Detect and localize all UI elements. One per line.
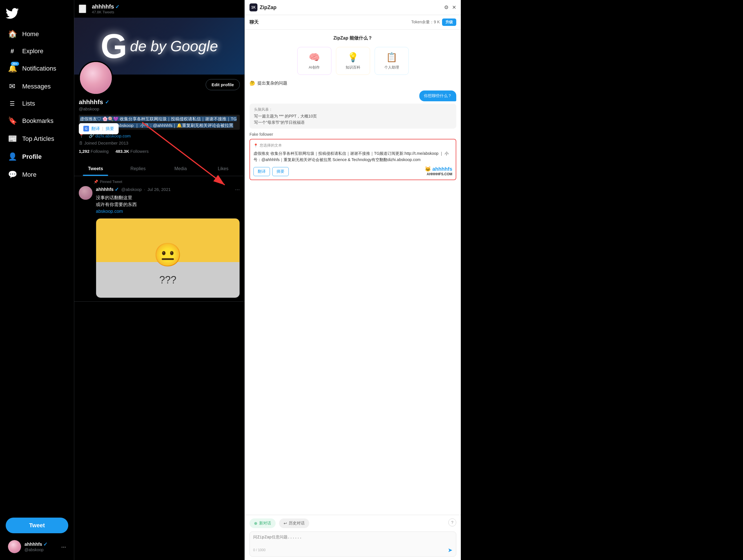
tab-replies[interactable]: Replies (117, 162, 160, 176)
tweet-more-button[interactable]: ··· (235, 186, 240, 192)
verified-icon: ✓ (105, 99, 109, 105)
history-button[interactable]: ↩ 历史对话 (279, 518, 309, 528)
profile-header-info: ahhhhfs ✓ 47.8K Tweets (92, 3, 120, 14)
brainstorm-item-1[interactable]: 写一个"母亲节"的节日祝福语 (254, 120, 452, 125)
sidebar-item-more[interactable]: 💬 More (2, 166, 72, 183)
tweet-author-name: ahhhhfs ✓ (96, 186, 119, 192)
chat-input[interactable] (253, 535, 452, 544)
token-info: Token余量：9 K 升级 (411, 18, 456, 26)
send-icon: ➤ (448, 547, 452, 553)
pinned-tweet: 📌 Pinned Tweet ahhhhfs ✓ @abskoop (74, 176, 244, 302)
summary-action-btn[interactable]: 摘要 (272, 167, 289, 176)
feature-ai[interactable]: 🧠 AI创作 (297, 47, 332, 75)
sidebar-item-label: Lists (22, 100, 35, 107)
send-button[interactable]: ➤ (448, 547, 452, 554)
tab-media[interactable]: Media (159, 162, 202, 176)
profile-tabs: Tweets Replies Media Likes (74, 162, 244, 176)
complex-q-text: 提出复杂的问题 (257, 81, 287, 86)
feature-kb[interactable]: 💡 知识百科 (336, 47, 370, 75)
user-info: ahhhhfs ✓ @abskoop (25, 541, 58, 552)
profile-header-name: ahhhhfs ✓ (92, 3, 120, 10)
chat-label: 聊天 (250, 19, 259, 25)
feature-assist[interactable]: 📋 个人助理 (375, 47, 409, 75)
tweet-row: ahhhhfs ✓ @abskoop · Jul 26, 2021 ··· 没事… (79, 186, 240, 298)
translate-button[interactable]: 翻译 (91, 126, 100, 131)
tab-tweets[interactable]: Tweets (74, 162, 117, 176)
home-icon: 🏠 (8, 30, 16, 38)
profile-header-nav: ← ahhhhfs ✓ 47.8K Tweets (74, 0, 244, 18)
ai-label: AI创作 (309, 65, 319, 70)
action-buttons: 翻译 摘要 (254, 167, 289, 176)
followers-stat[interactable]: 483.3K Followers (116, 149, 149, 154)
new-conversation-button[interactable]: ⊕ 新对话 (250, 518, 276, 528)
back-button[interactable]: ← (79, 5, 86, 13)
following-stat[interactable]: 1,292 Following (79, 149, 109, 154)
user-display-name: ahhhhfs ✓ (25, 541, 58, 548)
avatar (8, 540, 21, 553)
joined-date: 🗓 Joined December 2013 (79, 140, 240, 145)
chat-bubble-prompt: 你想聊些什么？ (250, 90, 456, 101)
sidebar-user[interactable]: ahhhhfs ✓ @abskoop ··· (2, 537, 72, 557)
translation-popup: G 翻译 | 摘要 (79, 123, 119, 134)
zipzap-header-icons: ⚙ ✕ (444, 4, 456, 10)
tweet-date: · (144, 187, 145, 192)
profile-icon: 👤 (8, 152, 16, 161)
verified-icon: ✓ (115, 4, 120, 10)
main-wrapper: ← ahhhhfs ✓ 47.8K Tweets G de by Google … (74, 0, 743, 560)
tab-likes[interactable]: Likes (202, 162, 245, 176)
more-icon: 💬 (8, 170, 16, 179)
selected-text-actions: 翻译 摘要 🐱 ahhhhfs AHHHHFS.COM (254, 166, 452, 176)
tweet-handle: @abskoop (121, 187, 142, 192)
upgrade-button[interactable]: 升级 (442, 18, 456, 26)
sidebar-item-label: Profile (22, 153, 42, 161)
watermark-url: AHHHHFS.COM (427, 172, 452, 176)
summary-button[interactable]: 摘要 (105, 126, 114, 131)
zipzap-header: 1K ZipZap ⚙ ✕ (245, 0, 461, 15)
sidebar-item-messages[interactable]: ✉ Messages (2, 78, 72, 95)
zipzap-logo: 1K (250, 3, 257, 11)
tweet-button[interactable]: Tweet (6, 518, 68, 533)
sidebar-item-label: Top Articles (22, 135, 54, 142)
settings-button[interactable]: ⚙ (444, 4, 448, 10)
selected-text-box: 📍 您选择的文本 虚假推友 收集分享各种互联网垃圾｜投稿侵权请私信｜谢谢不接推｜… (250, 139, 456, 180)
chat-prompt-text: 你想聊些什么？ (419, 90, 456, 101)
tweet-text: 没事的话翻翻这里 或许有你需要的东西 abskoop.com (96, 195, 240, 215)
followers-label: Followers (130, 149, 148, 154)
assist-label: 个人助理 (384, 65, 399, 70)
verified-icon: ✓ (43, 541, 47, 548)
translate-action-btn[interactable]: 翻译 (254, 167, 270, 176)
sidebar-item-top-articles[interactable]: 📰 Top Articles (2, 130, 72, 147)
user-handle: @abskoop (25, 548, 58, 552)
close-button[interactable]: ✕ (452, 4, 456, 10)
pinned-label: 📌 Pinned Tweet (94, 179, 240, 184)
tweet-date-value: Jul 26, 2021 (147, 187, 171, 192)
profile-stats: 1,292 Following 483.3K Followers (79, 149, 240, 154)
help-button[interactable]: ? (448, 518, 456, 526)
sidebar-item-label: More (22, 171, 36, 178)
sidebar: 🏠 Home # Explore 🔔 20+ Notifications ✉ M… (0, 0, 74, 560)
edit-profile-button[interactable]: Edit profile (206, 79, 240, 90)
notification-badge: 20+ (11, 62, 19, 66)
tweet-link[interactable]: abskoop.com (96, 209, 123, 214)
sidebar-item-profile[interactable]: 👤 Profile (2, 148, 72, 165)
profile-handle: @abskoop (79, 106, 240, 111)
sidebar-item-explore[interactable]: # Explore (2, 44, 72, 59)
kb-icon: 💡 (347, 52, 359, 62)
brainstorm-suggestions: 头脑风暴： 写一篇主题为 *** 的PPT，大概10页 写一个"母亲节"的节日祝… (250, 103, 456, 129)
profile-bio[interactable]: 虚假推友♡ 🌸🍭💜 收集分享各种互联网垃圾｜投稿侵权请私信｜谢谢不接推｜TG频道… (79, 115, 240, 130)
sidebar-item-bookmarks[interactable]: 🔖 Bookmarks (2, 113, 72, 129)
chat-content: ZipZap 能做什么？ 🧠 AI创作 💡 知识百科 📋 个人助理 🤔 提 (245, 30, 461, 515)
sidebar-item-label: Messages (22, 83, 51, 90)
profile-display-name: ahhhhfs ✓ (79, 98, 240, 106)
pin-icon: 📍 (254, 143, 258, 148)
brainstorm-label: 头脑风暴： (254, 107, 452, 112)
assist-icon: 📋 (386, 52, 397, 62)
sidebar-item-lists[interactable]: ☰ Lists (2, 96, 72, 111)
brainstorm-item-0[interactable]: 写一篇主题为 *** 的PPT，大概10页 (254, 114, 452, 119)
sidebar-item-home[interactable]: 🏠 Home (2, 26, 72, 42)
watermark-name: 🐱 ahhhhfs (425, 166, 452, 172)
sidebar-item-notifications[interactable]: 🔔 20+ Notifications (2, 60, 72, 77)
zipzap-panel: 1K ZipZap ⚙ ✕ 聊天 Token余量：9 K 升级 ZipZap 能… (245, 0, 461, 560)
following-label: Following (91, 149, 109, 154)
zipzap-title: 1K ZipZap (250, 3, 276, 11)
